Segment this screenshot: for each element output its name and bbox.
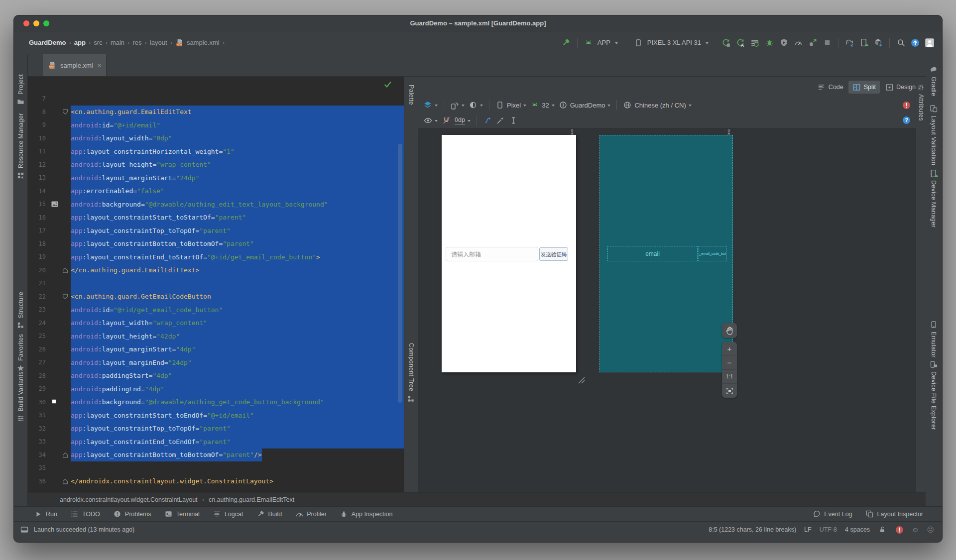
code-line-13[interactable]: 13 android:layout_marginStart="24dp" (28, 171, 404, 185)
tool-window-button-emulator[interactable]: Emulator (925, 320, 942, 357)
fold-marker[interactable] (60, 267, 71, 273)
indent-setting[interactable]: 4 spaces (845, 525, 870, 534)
chevron-down-icon[interactable] (615, 42, 618, 46)
close-button[interactable] (23, 20, 29, 26)
tab-sample-xml[interactable]: </> sample.xml × (43, 54, 107, 76)
code-line-12[interactable]: 12 android:layout_height="wrap_content" (28, 158, 404, 172)
orientation-button[interactable] (450, 101, 465, 110)
breadcrumb-item-layout[interactable]: layout (150, 39, 167, 46)
theme-select[interactable]: GuardDemo (559, 101, 611, 110)
breadcrumb-item-sample-xml[interactable]: </>sample.xml (175, 38, 220, 47)
chevron-down-icon[interactable] (706, 42, 709, 46)
view-mode-split[interactable]: Split (848, 81, 880, 94)
profiler-icon[interactable] (793, 37, 804, 48)
tool-window-toggle-icon[interactable] (20, 525, 29, 534)
baseline-button[interactable] (509, 116, 518, 125)
debug-icon[interactable] (764, 37, 775, 48)
clear-constraints-button[interactable] (483, 116, 492, 125)
zoom-in-button[interactable]: + (722, 342, 737, 356)
code-line-34[interactable]: 34 app:layout_constraintBottom_toBottomO… (28, 448, 404, 462)
zoom-actual-button[interactable]: 1:1 (722, 370, 737, 384)
design-preview[interactable]: 请输入邮箱 发送验证码 (442, 135, 576, 372)
default-margin-select[interactable]: 0dp (455, 116, 471, 124)
tool-window-button-device-manager[interactable]: Device Manager (925, 169, 942, 227)
tool-window-button-structure[interactable]: Structure (14, 292, 27, 330)
run-tasks-icon[interactable] (749, 37, 760, 48)
tool-window-button-layout-validation[interactable]: Layout Validation (925, 104, 942, 165)
code-editor[interactable]: 78 <cn.authing.guard.EmailEditText9 andr… (28, 77, 404, 492)
swatch-gutter-icon[interactable] (50, 399, 60, 405)
breadcrumb-item-app[interactable]: app (74, 39, 86, 46)
breadcrumb-item-res[interactable]: res (132, 39, 141, 46)
code-line-28[interactable]: 28 android:paddingStart="4dp" (28, 369, 404, 383)
autoconnect-toggle[interactable] (442, 116, 451, 125)
code-line-31[interactable]: 31 app:layout_constraintStart_toEndOf="@… (28, 409, 404, 422)
code-line-19[interactable]: 19 app:layout_constraintEnd_toStartOf="@… (28, 250, 404, 264)
code-line-32[interactable]: 32 app:layout_constraintTop_toTopOf="par… (28, 422, 404, 436)
design-canvas[interactable]: 请输入邮箱 发送验证码 email get_email_code_button … (418, 128, 916, 492)
gradle-sync-icon[interactable] (844, 37, 855, 48)
code-line-16[interactable]: 16 app:layout_constraintStart_toStartOf=… (28, 211, 404, 224)
code-line-10[interactable]: 10 android:layout_width="0dp" (28, 132, 404, 145)
highlighting-level-icon[interactable] (895, 525, 904, 534)
get-code-button-preview[interactable]: 发送验证码 (539, 247, 568, 261)
view-options-button[interactable] (423, 116, 438, 125)
night-mode-button[interactable] (469, 101, 483, 110)
apply-code-changes-icon[interactable]: A (735, 37, 746, 48)
tool-window-button-logcat[interactable]: Logcat (213, 510, 243, 519)
readonly-lock-icon[interactable] (878, 525, 887, 534)
build-hammer-icon[interactable] (562, 38, 571, 47)
tool-window-button-problems[interactable]: Problems (113, 510, 151, 519)
line-separator[interactable]: LF (804, 525, 812, 534)
view-mode-design[interactable]: Design (881, 81, 920, 94)
breadcrumb-item-guarddemo[interactable]: GuardDemo (29, 39, 66, 46)
caret-position[interactable]: 8:5 (1223 chars, 26 line breaks) (709, 525, 796, 534)
tool-window-button-terminal[interactable]: Terminal (164, 510, 200, 519)
tool-window-button-device-file-explorer[interactable]: Device File Explorer (925, 360, 942, 430)
zoom-fit-button[interactable] (722, 384, 737, 398)
apply-changes-icon[interactable] (720, 37, 731, 48)
user-avatar[interactable] (924, 37, 935, 48)
help-badge[interactable]: ? (902, 116, 911, 125)
view-mode-code[interactable]: Code (813, 81, 847, 94)
tool-window-button-layout-inspector[interactable]: Layout Inspector (865, 510, 923, 519)
code-line-22[interactable]: 22 <cn.authing.guard.GetEmailCodeButton (28, 290, 404, 304)
palette-tab[interactable]: Palette (404, 85, 418, 105)
infer-constraints-button[interactable] (496, 116, 505, 125)
stop-icon[interactable] (822, 37, 833, 48)
code-line-17[interactable]: 17 app:layout_constraintTop_toTopOf="par… (28, 224, 404, 237)
code-line-7[interactable]: 7 (28, 92, 404, 106)
tool-window-button-run[interactable]: Run (34, 510, 57, 519)
tool-window-button-todo[interactable]: TODO (70, 510, 100, 519)
render-error-badge[interactable] (902, 101, 911, 110)
code-line-9[interactable]: 9 android:id="@+id/email" (28, 118, 404, 132)
fold-marker[interactable] (60, 109, 71, 115)
device-select[interactable]: Pixel (495, 101, 526, 110)
search-everywhere-icon[interactable] (895, 37, 906, 48)
component-tree-tab[interactable]: Component Tree (404, 343, 418, 403)
fold-marker[interactable] (60, 478, 71, 484)
blueprint-button-rect[interactable]: get_email_code_button (699, 246, 726, 261)
tool-window-button-app-inspection[interactable]: App Inspection (340, 510, 393, 519)
fold-marker[interactable] (60, 452, 71, 458)
code-line-27[interactable]: 27 android:layout_marginEnd="24dp" (28, 356, 404, 369)
minimize-button[interactable] (33, 20, 39, 26)
tool-window-button-project[interactable]: Project (14, 74, 27, 106)
code-line-14[interactable]: 14 app:errorEnabled="false" (28, 185, 404, 198)
code-line-26[interactable]: 26 android:layout_marginStart="4dp" (28, 343, 404, 356)
fold-marker[interactable] (60, 294, 71, 300)
tool-window-button-event-log[interactable]: Event Log (812, 510, 852, 519)
api-version-select[interactable]: 32 (530, 101, 554, 110)
code-line-29[interactable]: 29 android:paddingEnd="4dp" (28, 382, 404, 396)
profile-low-overhead-icon[interactable] (778, 37, 789, 48)
code-line-33[interactable]: 33 app:layout_constraintEnd_toEndOf="par… (28, 435, 404, 448)
code-line-11[interactable]: 11 app:layout_constraintHorizontal_weigh… (28, 145, 404, 158)
code-line-30[interactable]: 30 android:background="@drawable/authing… (28, 396, 404, 409)
inspection-status-icon[interactable] (383, 80, 392, 89)
blueprint-preview[interactable]: email get_email_code_button (599, 135, 733, 372)
tool-window-button-build[interactable]: Build (256, 510, 282, 519)
tool-window-button-build-variants[interactable]: Build Variants (14, 371, 27, 423)
image-gutter-icon[interactable] (50, 201, 60, 208)
pan-tool-button[interactable] (722, 323, 737, 338)
sdk-manager-icon[interactable] (873, 37, 884, 48)
